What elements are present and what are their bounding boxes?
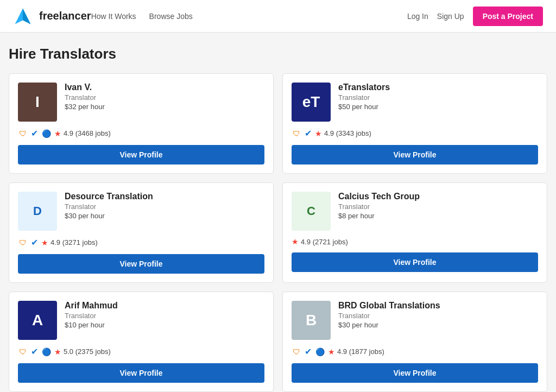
freelancer-rate: $30 per hour	[338, 321, 538, 329]
freelancer-rating: ★ 4.9 (3271 jobs)	[41, 238, 98, 247]
freelancer-rating: ★ 4.9 (3343 jobs)	[315, 129, 371, 138]
card-badges: 🛡✔ ★ 4.9 (3343 jobs)	[292, 128, 538, 138]
badge-check-blue: ✔	[31, 346, 38, 357]
page-title: Hire Translators	[9, 46, 547, 62]
login-button[interactable]: Log In	[407, 12, 428, 21]
logo[interactable]: freelancer	[13, 7, 91, 26]
star-icon: ★	[328, 347, 335, 356]
badge-shield-orange: 🛡	[292, 347, 301, 357]
card-top: C Calcius Tech Group Translator $8 per h…	[292, 192, 538, 231]
nav-browse-jobs[interactable]: Browse Jobs	[149, 12, 193, 21]
svg-marker-1	[23, 8, 30, 24]
card-info: Desource Translation Translator $30 per …	[65, 192, 264, 220]
freelancer-name: Desource Translation	[65, 192, 264, 201]
card-badges: 🛡✔🔵 ★ 4.9 (3468 jobs)	[18, 128, 264, 138]
freelancer-role: Translator	[338, 203, 538, 211]
freelancer-rating: ★ 4.9 (2721 jobs)	[292, 237, 348, 246]
card-info: Ivan V. Translator $32 per hour	[65, 83, 264, 111]
freelancer-rate: $8 per hour	[338, 212, 538, 220]
badge-shield-orange: 🛡	[292, 129, 301, 138]
freelancer-role: Translator	[65, 312, 264, 320]
freelancers-grid: I Ivan V. Translator $32 per hour 🛡✔🔵 ★ …	[9, 73, 547, 392]
freelancer-rate: $30 per hour	[65, 212, 264, 220]
badge-shield-orange: 🛡	[18, 347, 28, 357]
rating-value: 4.9 (3271 jobs)	[50, 238, 98, 246]
card-info: BRD Global Translations Translator $30 p…	[338, 301, 538, 329]
freelancer-logo-icon	[13, 7, 33, 26]
badge-shield-blue: 🔵	[41, 347, 51, 357]
logo-text: freelancer	[39, 10, 91, 22]
card-info: eTranslators Translator $50 per hour	[338, 83, 538, 111]
freelancer-rating: ★ 4.9 (1877 jobs)	[328, 347, 384, 356]
card-badges: 🛡✔ ★ 4.9 (3271 jobs)	[18, 237, 264, 248]
card-top: B BRD Global Translations Translator $30…	[292, 301, 538, 340]
header: freelancer How It Works Browse Jobs Log …	[0, 0, 556, 33]
card-badges: ★ 4.9 (2721 jobs)	[292, 237, 538, 246]
avatar: A	[18, 301, 57, 340]
view-profile-button[interactable]: View Profile	[292, 145, 538, 165]
freelancer-rating: ★ 4.9 (3468 jobs)	[54, 129, 111, 138]
signup-button[interactable]: Sign Up	[437, 12, 464, 21]
card-top: I Ivan V. Translator $32 per hour	[18, 83, 264, 122]
freelancer-name: Calcius Tech Group	[338, 192, 538, 201]
freelancer-rate: $10 per hour	[65, 321, 264, 329]
freelancer-rate: $50 per hour	[338, 103, 538, 111]
freelancer-card-desource-translation: D Desource Translation Translator $30 pe…	[9, 182, 274, 283]
main-content: Hire Translators I Ivan V. Translator $3…	[0, 33, 556, 392]
freelancer-name: BRD Global Translations	[338, 301, 538, 311]
rating-value: 4.9 (1877 jobs)	[337, 347, 384, 356]
badge-shield-blue: 🔵	[315, 347, 325, 357]
main-nav: How It Works Browse Jobs	[91, 12, 407, 21]
card-top: D Desource Translation Translator $30 pe…	[18, 192, 264, 231]
freelancer-rate: $32 per hour	[65, 103, 264, 111]
star-icon: ★	[54, 129, 61, 138]
star-icon: ★	[315, 129, 322, 138]
freelancer-role: Translator	[65, 93, 264, 102]
view-profile-button[interactable]: View Profile	[18, 145, 264, 165]
card-top: A Arif Mahmud Translator $10 per hour	[18, 301, 264, 340]
freelancer-role: Translator	[338, 93, 538, 102]
view-profile-button[interactable]: View Profile	[292, 252, 538, 272]
header-actions: Log In Sign Up Post a Project	[407, 7, 543, 26]
badge-shield-blue: 🔵	[41, 129, 51, 138]
avatar: eT	[292, 83, 331, 122]
freelancer-name: Ivan V.	[65, 83, 264, 92]
view-profile-button[interactable]: View Profile	[18, 363, 264, 383]
rating-value: 5.0 (2375 jobs)	[64, 347, 111, 356]
card-info: Arif Mahmud Translator $10 per hour	[65, 301, 264, 329]
freelancer-name: eTranslators	[338, 83, 538, 92]
post-project-button[interactable]: Post a Project	[473, 7, 543, 26]
rating-value: 4.9 (3343 jobs)	[324, 129, 371, 137]
card-top: eT eTranslators Translator $50 per hour	[292, 83, 538, 122]
star-icon: ★	[292, 237, 299, 246]
badge-shield-orange: 🛡	[18, 129, 28, 138]
star-icon: ★	[54, 347, 61, 356]
view-profile-button[interactable]: View Profile	[18, 254, 264, 274]
badge-check-blue: ✔	[31, 128, 38, 138]
badge-check-blue: ✔	[305, 346, 312, 357]
card-badges: 🛡✔🔵 ★ 4.9 (1877 jobs)	[292, 346, 538, 357]
badge-check-blue: ✔	[305, 128, 312, 138]
rating-value: 4.9 (2721 jobs)	[301, 238, 348, 246]
freelancer-rating: ★ 5.0 (2375 jobs)	[54, 347, 111, 356]
freelancer-card-calcius-tech-group: C Calcius Tech Group Translator $8 per h…	[282, 182, 547, 283]
freelancer-card-brd-global-translations: B BRD Global Translations Translator $30…	[282, 292, 547, 392]
freelancer-role: Translator	[338, 312, 538, 320]
rating-value: 4.9 (3468 jobs)	[64, 129, 111, 137]
star-icon: ★	[41, 238, 48, 247]
avatar: D	[18, 192, 57, 231]
badge-check-blue: ✔	[31, 237, 38, 248]
view-profile-button[interactable]: View Profile	[292, 363, 538, 383]
freelancer-card-ivan-v: I Ivan V. Translator $32 per hour 🛡✔🔵 ★ …	[9, 73, 274, 174]
badge-shield-orange: 🛡	[18, 238, 28, 248]
freelancer-card-arif-mahmud: A Arif Mahmud Translator $10 per hour 🛡✔…	[9, 292, 274, 392]
nav-how-it-works[interactable]: How It Works	[91, 12, 136, 21]
card-badges: 🛡✔🔵 ★ 5.0 (2375 jobs)	[18, 346, 264, 357]
avatar: B	[292, 301, 331, 340]
card-info: Calcius Tech Group Translator $8 per hou…	[338, 192, 538, 220]
freelancer-name: Arif Mahmud	[65, 301, 264, 311]
freelancer-role: Translator	[65, 203, 264, 211]
avatar: C	[292, 192, 331, 231]
freelancer-card-etranslators: eT eTranslators Translator $50 per hour …	[282, 73, 547, 174]
avatar: I	[18, 83, 57, 122]
